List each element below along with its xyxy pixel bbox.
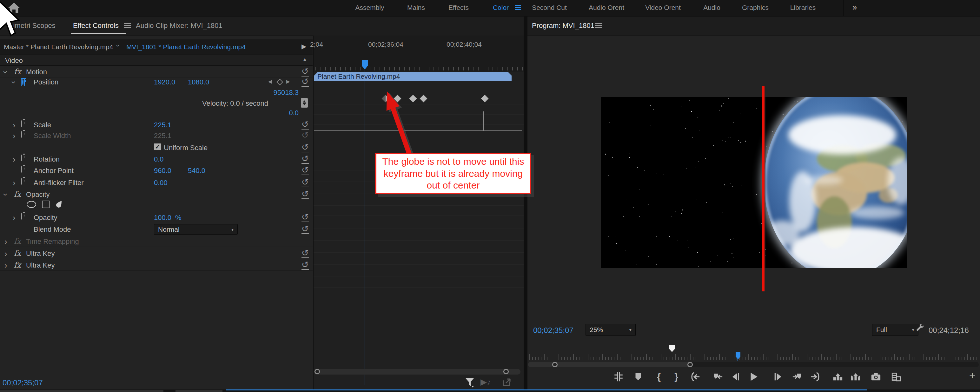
reset-parameter-icon[interactable]: ↺ <box>301 77 309 87</box>
stopwatch-icon[interactable] <box>21 167 22 172</box>
twirl-icon[interactable]: › <box>5 261 7 269</box>
stopwatch-icon[interactable] <box>21 121 22 127</box>
ec-horizontal-scrollbar[interactable] <box>314 369 520 374</box>
param-label[interactable]: Scale Width <box>33 132 71 140</box>
master-clip-label[interactable]: Master * Planet Earth Revolving.mp4 <box>4 43 113 51</box>
twirl-icon[interactable]: › <box>13 214 16 222</box>
scroll-up-icon[interactable]: ▲ <box>302 56 307 63</box>
twirl-icon[interactable]: › <box>10 81 18 84</box>
reset-parameter-icon[interactable]: ↺ <box>301 213 309 222</box>
param-value[interactable]: 540.0 <box>188 167 205 175</box>
marker-icon[interactable] <box>669 345 675 352</box>
effect-name[interactable]: Time Remapping <box>26 237 79 246</box>
program-video-frame[interactable] <box>601 97 907 268</box>
twirl-icon[interactable]: › <box>2 71 10 73</box>
effect-name[interactable]: Ultra Key <box>26 250 54 258</box>
reset-parameter-icon[interactable]: ↺ <box>301 67 309 76</box>
param-label[interactable]: Position <box>33 78 58 86</box>
workspace-tab-libraries[interactable]: Libraries <box>790 4 816 11</box>
panel-menu-icon[interactable] <box>595 23 602 28</box>
transport-step-forward-button[interactable] <box>772 371 784 383</box>
pen-mask-icon[interactable] <box>55 200 64 210</box>
twirl-icon[interactable]: › <box>13 121 16 129</box>
twirl-icon[interactable]: › <box>13 179 16 187</box>
reset-parameter-icon[interactable]: ↺ <box>301 166 309 175</box>
export-icon[interactable] <box>501 376 512 389</box>
panel-tab-effect-controls[interactable]: Effect Controls <box>73 22 119 30</box>
panel-tab-audio-clip-mixer[interactable]: Audio Clip Mixer: MVI_1801 <box>136 22 223 30</box>
transport-play-button[interactable] <box>748 371 759 383</box>
transport-add-marker-button[interactable] <box>633 371 644 383</box>
effect-name[interactable]: Opacity <box>26 190 50 199</box>
transport-double-bar-button[interactable] <box>613 371 624 383</box>
workspace-tab-second-cut[interactable]: Second Cut <box>532 4 567 11</box>
workspace-tab-effects[interactable]: Effects <box>449 4 469 11</box>
button-editor-button[interactable]: + <box>969 370 975 382</box>
transport-go-to-out-button[interactable] <box>810 371 821 383</box>
reset-parameter-icon[interactable]: ↺ <box>301 143 309 152</box>
twirl-icon[interactable]: › <box>5 250 7 258</box>
transport-go-to-previous-marker-button[interactable] <box>712 371 724 383</box>
keyframe-diamond[interactable] <box>481 95 488 102</box>
program-scrollbar-handle-left[interactable] <box>552 362 558 367</box>
workspace-tab-mains[interactable]: Mains <box>407 4 425 11</box>
reset-parameter-icon[interactable]: ↺ <box>301 155 309 164</box>
program-mini-timeline[interactable] <box>527 352 980 361</box>
program-tab-label[interactable]: Program: MVI_1801 <box>532 22 594 30</box>
workspace-tab-menu-icon[interactable] <box>515 5 521 10</box>
param-value[interactable]: 1920.0 <box>154 78 175 86</box>
timeline-ruler[interactable] <box>313 35 523 72</box>
stopwatch-icon[interactable] <box>21 155 22 161</box>
twirl-icon[interactable]: › <box>13 132 16 140</box>
next-keyframe-icon[interactable]: ▶ <box>286 79 290 84</box>
ec-scrollbar-handle-left[interactable] <box>315 369 320 374</box>
transport-mark-out-button[interactable]: } <box>671 371 682 383</box>
param-value[interactable]: 0.00 <box>154 179 167 187</box>
param-label[interactable]: Opacity <box>33 214 57 222</box>
reset-parameter-icon[interactable]: ↺ <box>301 131 309 140</box>
transport-export-frame-button[interactable] <box>870 371 881 383</box>
ellipse-mask-icon[interactable] <box>27 201 36 208</box>
param-value[interactable]: 960.0 <box>154 167 171 175</box>
stopwatch-icon[interactable] <box>21 179 22 185</box>
workspace-tab-assembly[interactable]: Assembly <box>355 4 384 11</box>
program-scrollbar-handle-right[interactable] <box>687 362 693 367</box>
param-value[interactable]: 225.1 <box>154 132 171 140</box>
transport-go-to-next-marker-button[interactable] <box>791 371 803 383</box>
velocity-handle[interactable] <box>301 98 308 108</box>
blend-mode-dropdown[interactable]: Normal▾ <box>154 224 238 234</box>
transport-extract-button[interactable] <box>850 371 861 383</box>
effect-name[interactable]: Ultra Key <box>26 261 54 269</box>
reset-parameter-icon[interactable]: ↺ <box>301 120 309 129</box>
param-label[interactable]: Scale <box>33 121 51 129</box>
workspace-tab-color[interactable]: Color <box>493 4 509 11</box>
reset-parameter-icon[interactable]: ↺ <box>301 190 309 199</box>
stopwatch-icon[interactable] <box>21 132 22 137</box>
param-label[interactable]: Rotation <box>33 155 60 164</box>
filter-properties-icon[interactable] <box>464 376 476 390</box>
next-clip-icon[interactable]: ▶ <box>301 43 306 50</box>
transport-comparison-view-button[interactable] <box>891 371 902 383</box>
reset-parameter-icon[interactable]: ↺ <box>301 261 309 270</box>
workspace-tab-audio-orent[interactable]: Audio Orent <box>589 4 624 11</box>
playback-quality-dropdown[interactable]: Full ▾ <box>872 324 918 336</box>
transport-mark-in-button[interactable]: { <box>653 371 665 383</box>
twirl-icon[interactable]: › <box>2 193 10 196</box>
zoom-level-dropdown[interactable]: 25% ▾ <box>585 324 636 336</box>
clip-bar[interactable]: Planet Earth Revolving.mp4 <box>314 72 512 81</box>
param-value[interactable]: 0.0 <box>154 155 164 164</box>
reset-parameter-icon[interactable]: ↺ <box>301 249 309 258</box>
reset-parameter-icon[interactable]: ↺ <box>301 178 309 187</box>
settings-wrench-icon[interactable] <box>915 324 926 335</box>
param-value[interactable]: 1080.0 <box>188 78 209 86</box>
add-keyframe-icon[interactable] <box>277 79 283 85</box>
param-label[interactable]: Anchor Point <box>33 167 74 175</box>
play-audio-icon[interactable]: ▶♪ <box>480 377 491 387</box>
sequence-clip-label[interactable]: MVI_1801 * Planet Earth Revolving.mp4 <box>126 43 246 51</box>
video-section-header[interactable]: Video ▲ <box>0 55 313 66</box>
transport-lift-button[interactable] <box>832 371 843 383</box>
workspace-tab-video-orent[interactable]: Video Orent <box>645 4 681 11</box>
workspace-tab-audio[interactable]: Audio <box>703 4 721 11</box>
effect-name[interactable]: Motion <box>26 68 47 76</box>
ec-current-timecode[interactable]: 00;02;35;07 <box>3 378 43 387</box>
